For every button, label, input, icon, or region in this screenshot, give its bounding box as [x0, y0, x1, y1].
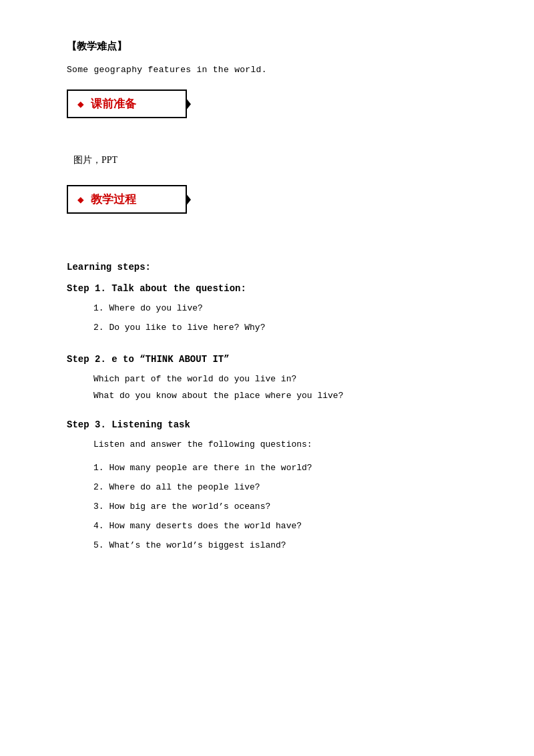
spacer1 [67, 142, 481, 154]
spacer4 [67, 342, 481, 349]
step3-item-2: 2. Where do all the people live? [93, 482, 481, 492]
step2-item-2: What do you know about the place where y… [93, 391, 481, 401]
step3-item-4: 4. How many deserts does the world have? [93, 521, 481, 531]
spacer6 [67, 456, 481, 463]
step2-item-1: Which part of the world do you live in? [93, 374, 481, 384]
difficulty-section: 【教学难点】 Some geography features in the wo… [67, 40, 481, 75]
process-section-wrapper: ◆ 教学过程 [67, 185, 481, 232]
step3-item-5: 5. What’s the world’s biggest island? [93, 540, 481, 550]
step1-item-1: 1. Where do you live? [93, 303, 481, 313]
diamond-icon-2: ◆ [77, 193, 84, 206]
step3-header: Step 3. Listening task [67, 419, 481, 430]
step2-header: Step 2. e to “THINK ABOUT IT” [67, 354, 481, 365]
process-box: ◆ 教学过程 [67, 185, 187, 214]
prep-box: ◆ 课前准备 [67, 89, 187, 118]
spacer5 [67, 407, 481, 414]
learning-steps-section: Learning steps: Step 1. Talk about the q… [67, 262, 481, 550]
difficulty-text: Some geography features in the world. [67, 65, 481, 75]
spacer2 [67, 238, 481, 250]
process-box-label: 教学过程 [91, 192, 136, 207]
difficulty-header: 【教学难点】 [67, 40, 481, 53]
step3-item-3: 3. How big are the world’s oceans? [93, 502, 481, 512]
prep-text: 图片，PPT [73, 154, 481, 166]
prep-box-label: 课前准备 [91, 96, 136, 112]
step1-item-2: 2. Do you like to live here? Why? [93, 323, 481, 333]
prep-section-wrapper: ◆ 课前准备 [67, 89, 481, 137]
diamond-icon-1: ◆ [77, 98, 84, 111]
step3-item-1: 1. How many people are there in the worl… [93, 463, 481, 473]
spacer3 [67, 250, 481, 262]
learning-steps-label: Learning steps: [67, 262, 481, 272]
step3-intro: Listen and answer the following question… [93, 439, 481, 449]
step1-header: Step 1. Talk about the question: [67, 283, 481, 294]
